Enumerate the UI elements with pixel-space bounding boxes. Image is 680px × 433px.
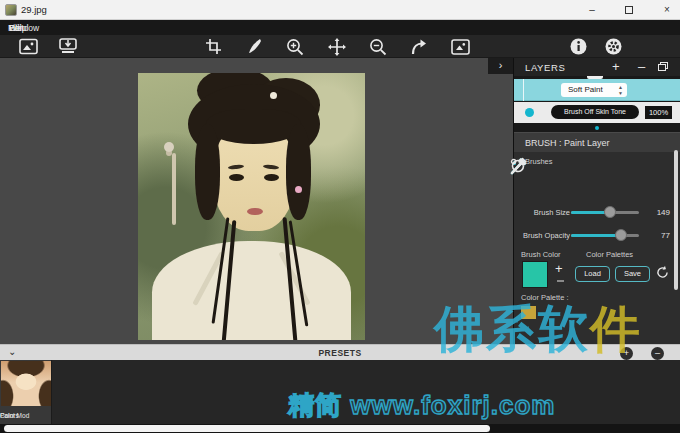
- image-preview-icon[interactable]: [450, 37, 470, 56]
- load-palette-button[interactable]: Load: [575, 266, 610, 282]
- zoom-out-icon[interactable]: [368, 37, 388, 56]
- panel-collapse-chevron-icon[interactable]: ›: [488, 58, 513, 74]
- move-icon[interactable]: [327, 37, 347, 56]
- presets-zoom-out-button[interactable]: –: [651, 347, 664, 360]
- panel-scrollbar[interactable]: [674, 150, 678, 290]
- settings-icon[interactable]: [603, 37, 623, 56]
- brush-opacity-slider[interactable]: [571, 234, 639, 237]
- brushes-label: Brushes: [525, 157, 553, 166]
- presets-scrollbar-track[interactable]: [0, 424, 680, 433]
- brush-color-label: Brush Color: [521, 250, 561, 259]
- close-button[interactable]: ×: [650, 0, 680, 19]
- layer-visibility-dot[interactable]: [525, 108, 534, 117]
- add-layer-button[interactable]: +: [612, 59, 620, 74]
- title-bar: 29.jpg – ×: [0, 0, 680, 20]
- photo-hairpin: [270, 92, 277, 99]
- brush-tools-row: [518, 166, 678, 192]
- layers-title: LAYERS: [525, 62, 565, 73]
- preset-item: Paint ModColors: [0, 360, 52, 424]
- brush-color-swatch[interactable]: [522, 261, 548, 288]
- preset-thumbnail[interactable]: [1, 361, 51, 406]
- layer-row-selected[interactable]: Soft Paint ▲▼: [514, 79, 680, 101]
- brush-size-label: Brush Size: [522, 208, 570, 217]
- layer-style-select[interactable]: Soft Paint ▲▼: [561, 83, 627, 97]
- photo-hair: [195, 124, 220, 220]
- photo-robe: [152, 241, 352, 340]
- layers-header: LAYERS + –: [514, 58, 680, 76]
- photo-hair: [286, 124, 311, 220]
- zoom-in-icon[interactable]: [285, 37, 305, 56]
- menu-help[interactable]: Help: [0, 23, 35, 33]
- watermark-text: 佛系软件: [434, 304, 642, 354]
- document-thumbnail-icon: [5, 4, 17, 16]
- layers-list: Soft Paint ▲▼ Brush Off Skin Tone 100%: [514, 76, 680, 132]
- maximize-button[interactable]: [612, 0, 646, 19]
- select-arrows-icon: ▲▼: [618, 84, 623, 96]
- add-color-button[interactable]: +: [555, 261, 563, 276]
- brush-size-value: 149: [644, 208, 670, 217]
- photo-portrait: [138, 73, 365, 340]
- remove-color-button[interactable]: [557, 280, 564, 282]
- photo-bangs: [206, 109, 301, 144]
- layer-name-pill[interactable]: Brush Off Skin Tone: [551, 105, 639, 119]
- watermark-part1: 佛系软: [434, 301, 590, 357]
- crop-icon[interactable]: [203, 37, 223, 56]
- export-image-icon[interactable]: [58, 37, 78, 56]
- remove-layer-button[interactable]: –: [638, 59, 645, 74]
- scroll-indicator-dot: [595, 126, 599, 130]
- slider-fill: [571, 234, 621, 237]
- save-palette-button[interactable]: Save: [615, 266, 650, 282]
- maximize-icon: [625, 6, 633, 14]
- layer-divider: [523, 79, 524, 101]
- window-title: 29.jpg: [21, 4, 47, 15]
- preset-label: Paint ModColors: [0, 407, 52, 424]
- brush-size-knob[interactable]: [604, 206, 616, 218]
- app-window: 29.jpg – × File Edit Window Help: [0, 0, 680, 433]
- brush-opacity-label: Brush Opacity: [522, 231, 570, 240]
- layers-scroll-strip: [514, 123, 680, 132]
- redo-icon[interactable]: [408, 37, 428, 56]
- photo-tassel-ornament: [172, 153, 176, 225]
- paint-stroke-icon[interactable]: [244, 37, 264, 56]
- brush-section-header: BRUSH : Paint Layer: [514, 132, 680, 152]
- color-palettes-label: Color Palettes: [586, 250, 633, 259]
- brush-opacity-value: 77: [644, 231, 670, 240]
- layer-row[interactable]: Brush Off Skin Tone 100%: [514, 102, 680, 123]
- open-image-icon[interactable]: [18, 37, 38, 56]
- brush-opacity-knob[interactable]: [615, 229, 627, 241]
- watermark-part2: 件: [590, 301, 642, 357]
- presets-scrollbar-thumb[interactable]: [4, 425, 490, 432]
- brush-section-title: BRUSH : Paint Layer: [525, 138, 610, 148]
- info-icon[interactable]: [568, 37, 588, 56]
- brush-size-slider[interactable]: [571, 211, 639, 214]
- layer-style-value: Soft Paint: [568, 85, 603, 94]
- duplicate-layer-icon[interactable]: [658, 62, 669, 72]
- layer-opacity-value[interactable]: 100%: [645, 106, 672, 119]
- main-toolbar: [0, 35, 680, 58]
- photo-tassel-ornament: [164, 142, 174, 152]
- minimize-button[interactable]: –: [575, 0, 609, 19]
- watermark-url: 精简 www.foxirj.com: [288, 392, 555, 418]
- menu-bar: File Edit Window Help: [0, 20, 680, 35]
